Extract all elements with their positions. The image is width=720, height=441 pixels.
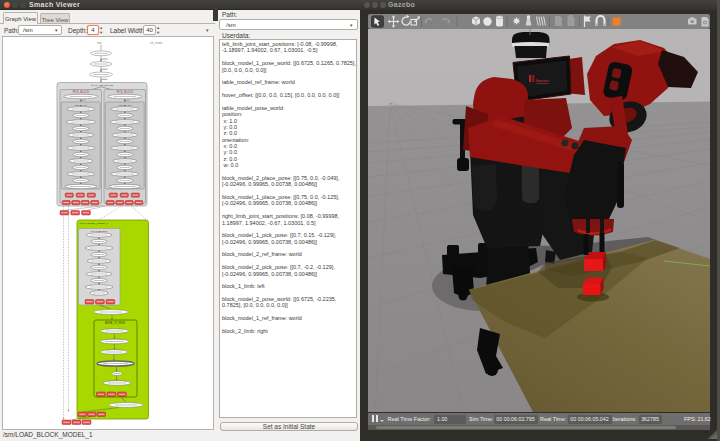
svg-text:MOVE_TO_PICK: MOVE_TO_PICK	[105, 321, 125, 325]
svg-text:PICK_BLOCK: PICK_BLOCK	[117, 90, 134, 94]
svg-text:/sm: /sm	[97, 41, 101, 45]
svg-text:sm_viewer: sm_viewer	[150, 41, 163, 45]
svg-text:PICK_BLOCK: PICK_BLOCK	[73, 90, 90, 94]
svg-text:LOAD_BLOCK_MODEL_1: LOAD_BLOCK_MODEL_1	[80, 222, 109, 225]
svg-text:baxter: baxter	[536, 78, 549, 83]
